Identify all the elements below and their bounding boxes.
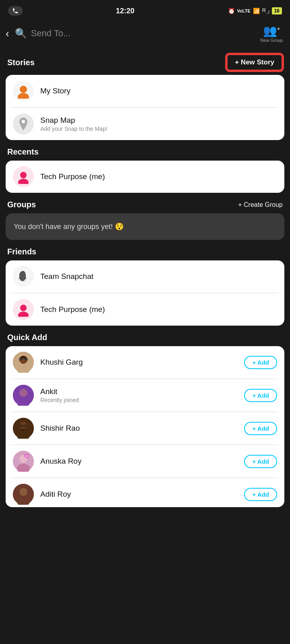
recents-card: Tech Purpose (me) xyxy=(6,161,284,193)
anuska-name: Anuska Roy xyxy=(40,457,238,466)
svg-point-0 xyxy=(20,86,27,93)
new-group-button[interactable]: 👥+ New Group xyxy=(260,24,283,43)
ankit-avatar xyxy=(13,385,34,406)
quick-add-shishir-item: Shishir Rao + Add xyxy=(6,412,284,445)
svg-point-16 xyxy=(19,389,27,397)
my-story-text: My Story xyxy=(40,87,277,95)
team-snapchat-avatar xyxy=(13,266,34,287)
back-button[interactable]: ‹ xyxy=(6,27,9,40)
snap-map-text: Snap Map Add your Snap to the Map! xyxy=(40,116,277,132)
aditi-name: Aditi Roy xyxy=(40,490,238,499)
search-bar-area[interactable]: ‹ 🔍 Send To... xyxy=(6,27,260,40)
friends-card: Team Snapchat Tech Purpose (me) xyxy=(6,260,284,326)
snap-map-title: Snap Map xyxy=(40,116,277,125)
groups-title: Groups xyxy=(7,200,36,209)
recents-tech-purpose-item[interactable]: Tech Purpose (me) xyxy=(6,161,284,193)
signal-icon: 📶 xyxy=(253,8,260,14)
team-snapchat-title: Team Snapchat xyxy=(40,272,277,281)
khushi-add-button[interactable]: + Add xyxy=(244,356,277,369)
ankit-text: Ankit Recently joined xyxy=(40,387,238,403)
r-signal-icon: R..l xyxy=(262,7,269,14)
svg-point-28 xyxy=(26,455,28,457)
khushi-avatar xyxy=(13,352,34,373)
groups-section-header: Groups + Create Group xyxy=(6,193,284,213)
my-story-title: My Story xyxy=(40,87,277,95)
khushi-text: Khushi Garg xyxy=(40,358,238,367)
friends-tech-purpose-item[interactable]: Tech Purpose (me) xyxy=(6,293,284,326)
status-right-icons: ⏰ VoLTE 📶 R..l 16 xyxy=(228,7,282,14)
recents-avatar xyxy=(13,166,34,187)
svg-point-4 xyxy=(18,179,29,184)
aditi-text: Aditi Roy xyxy=(40,490,238,499)
snap-map-item[interactable]: Snap Map Add your Snap to the Map! xyxy=(6,108,284,140)
shishir-avatar xyxy=(13,418,34,439)
anuska-text: Anuska Roy xyxy=(40,457,238,466)
quick-add-section-header: Quick Add xyxy=(6,326,284,346)
battery-indicator: 16 xyxy=(272,7,282,14)
recents-section-header: Recents xyxy=(6,140,284,161)
recents-tech-purpose-title: Tech Purpose (me) xyxy=(40,172,277,181)
friends-tech-purpose-text: Tech Purpose (me) xyxy=(40,305,277,314)
svg-point-1 xyxy=(18,93,29,99)
ankit-name: Ankit xyxy=(40,387,238,396)
status-time: 12:20 xyxy=(116,7,135,15)
svg-point-2 xyxy=(22,120,25,123)
stories-section-header: Stories + New Story xyxy=(6,47,284,75)
snap-map-subtitle: Add your Snap to the Map! xyxy=(40,126,277,132)
quick-add-aditi-item: Aditi Roy + Add xyxy=(6,478,284,507)
svg-point-30 xyxy=(19,488,27,496)
shishir-text: Shishir Rao xyxy=(40,424,238,433)
shishir-add-button[interactable]: + Add xyxy=(244,422,277,435)
aditi-add-button[interactable]: + Add xyxy=(244,488,277,501)
new-group-icon: 👥+ xyxy=(263,24,280,37)
status-bar: 12:20 ⏰ VoLTE 📶 R..l 16 xyxy=(0,0,290,20)
svg-point-6 xyxy=(18,312,29,317)
main-content: Stories + New Story My Story xyxy=(0,47,290,507)
recents-title: Recents xyxy=(7,147,39,157)
vo-icon: VoLTE xyxy=(237,8,251,13)
ankit-add-button[interactable]: + Add xyxy=(244,389,277,402)
friends-title: Friends xyxy=(7,247,36,256)
team-snapchat-text: Team Snapchat xyxy=(40,272,277,281)
quick-add-card: Khushi Garg + Add Ankit Recently joined … xyxy=(6,346,284,507)
recents-tech-purpose-text: Tech Purpose (me) xyxy=(40,172,277,181)
anuska-avatar xyxy=(13,451,34,472)
new-group-label: New Group xyxy=(260,38,283,43)
phone-call-icon xyxy=(8,6,23,16)
friends-tech-purpose-avatar xyxy=(13,299,34,320)
create-group-button[interactable]: + Create Group xyxy=(238,201,283,208)
my-story-avatar xyxy=(13,80,34,101)
stories-title: Stories xyxy=(7,58,35,67)
aditi-avatar xyxy=(13,484,34,505)
header: ‹ 🔍 Send To... 👥+ New Group xyxy=(0,20,290,47)
search-icon: 🔍 xyxy=(15,28,27,39)
quick-add-khushi-item: Khushi Garg + Add xyxy=(6,346,284,379)
snap-map-avatar xyxy=(13,114,34,134)
alarm-icon: ⏰ xyxy=(228,8,235,14)
team-snapchat-item[interactable]: Team Snapchat xyxy=(6,260,284,293)
search-input[interactable]: Send To... xyxy=(31,28,71,39)
new-story-button[interactable]: + New Story xyxy=(226,54,283,71)
groups-empty-state: You don't have any groups yet! 😯 xyxy=(6,213,284,240)
quick-add-ankit-item: Ankit Recently joined + Add xyxy=(6,379,284,412)
svg-point-3 xyxy=(20,172,27,178)
khushi-name: Khushi Garg xyxy=(40,358,238,367)
shishir-name: Shishir Rao xyxy=(40,424,238,433)
stories-card: My Story Snap Map Add your Snap to the M… xyxy=(6,75,284,140)
ankit-subtitle: Recently joined xyxy=(40,397,238,403)
friends-tech-purpose-title: Tech Purpose (me) xyxy=(40,305,277,314)
quick-add-title: Quick Add xyxy=(7,333,47,342)
svg-point-5 xyxy=(20,305,27,311)
anuska-add-button[interactable]: + Add xyxy=(244,455,277,468)
my-story-item[interactable]: My Story xyxy=(6,75,284,107)
quick-add-anuska-item: Anuska Roy + Add xyxy=(6,445,284,478)
friends-section-header: Friends xyxy=(6,240,284,260)
